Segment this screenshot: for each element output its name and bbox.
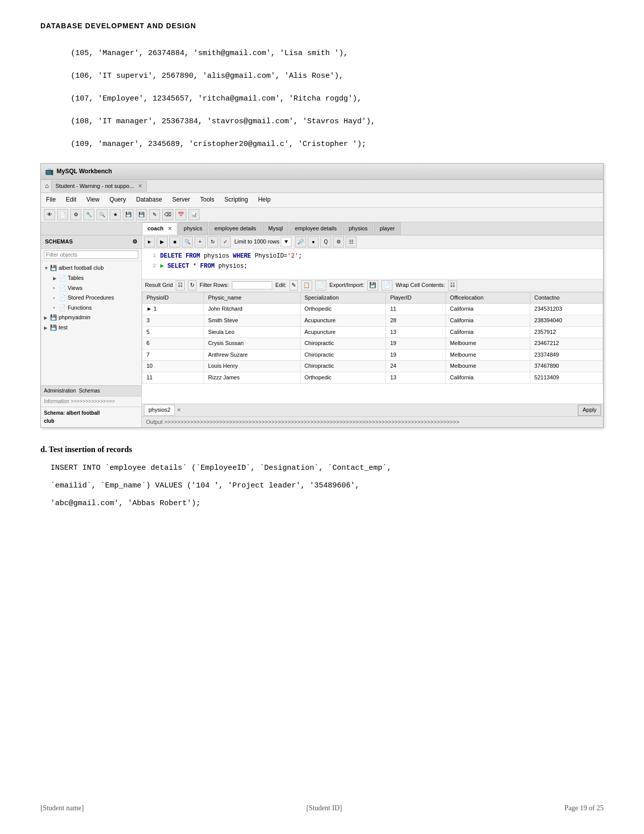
table-row[interactable]: 11Rizzz JamesOrthopedic13California52113… [142,372,603,383]
table-row[interactable]: 7Anthrew SuzareChiropractic19Melbourne23… [142,349,603,361]
table-row[interactable]: 5Sieula LeoAcupuncture13California235791… [142,326,603,338]
run-line-btn[interactable]: ▶ [157,236,168,248]
tab-close-icon[interactable]: ✕ [177,406,181,414]
tb-btn-2[interactable]: 📄 [57,209,68,220]
table-cell: 28 [386,315,445,326]
tb-btn-7[interactable]: 💾 [123,209,134,220]
col-specialization: Specialization [300,292,386,304]
toggle-icon-t: ▶ [53,275,59,282]
search-btn[interactable]: 🔎 [295,236,306,248]
edit-copy-btn[interactable]: 📋 [301,280,312,290]
import-btn[interactable]: 📄 [381,280,392,290]
table-row[interactable]: ► 1John RitchardOrthopedic11California23… [142,304,603,315]
administration-tab[interactable]: Administration [44,387,76,395]
tb-btn-8[interactable]: 💾 [136,209,147,220]
filter-area [41,249,141,262]
close-icon[interactable]: ✕ [138,183,142,189]
table-cell: 23374849 [530,349,603,361]
filter-rows-input[interactable] [232,281,272,289]
tab-coach[interactable]: coach ✕ [142,222,177,235]
snippet-btn[interactable]: ⚙ [333,236,344,248]
schema-current-name: club [44,417,138,425]
table-cell: Chiropractic [300,338,386,350]
menu-database[interactable]: Database [134,194,164,206]
run-btn[interactable]: ► [144,236,155,248]
menu-scripting[interactable]: Scripting [222,194,250,206]
tb-btn-4[interactable]: 🔧 [83,209,94,220]
tab-employee-details[interactable]: employee details [209,222,262,235]
table-cell: Louis Henry [204,361,301,372]
tree-item-tables[interactable]: ▶ 📄 Tables [43,273,139,283]
toggle-icon-sp: ▪ [53,295,59,302]
workbench-subtitle-bar: ⌂ Student - Warning - not suppo... ✕ [41,180,603,193]
auto-commit-btn[interactable]: ✓ [220,236,231,248]
grid-icon[interactable]: ☷ [176,280,185,290]
tree-item-views[interactable]: ▪ 📄 Views [43,283,139,293]
home-icon[interactable]: ⌂ [45,181,49,191]
sub-tab[interactable]: Student - Warning - not suppo... ✕ [51,181,147,192]
export-import-label: Export/Import: [329,281,364,290]
tree-item-functions[interactable]: ▪ 📄 Functions [43,303,139,313]
tb-btn-9[interactable]: ✎ [149,209,160,220]
table-cell: Crysis Sussan [204,338,301,350]
tree-item-test[interactable]: ▶ 💾 test [43,323,139,333]
menu-query[interactable]: Query [108,194,128,206]
schemas-icon[interactable]: ⚙ [132,237,137,247]
wrap-btn[interactable]: ☷ [448,280,457,290]
explain-btn[interactable]: 🔍 [182,236,193,248]
query-tabs-row: coach ✕ physics employee details Mysql e… [41,222,603,236]
tb-btn-10[interactable]: ⌫ [162,209,173,220]
new-tab-btn[interactable]: + [194,236,206,248]
menu-edit[interactable]: Edit [64,194,78,206]
apply-btn[interactable]: Apply [578,405,601,416]
menu-tools[interactable]: Tools [198,194,216,206]
tree-item-stored-procedures[interactable]: ▪ 📄 Stored Procedures [43,293,139,303]
tb-btn-11[interactable]: 📅 [175,209,186,220]
tab-employee-details-2[interactable]: employee details [289,222,342,235]
tree-item-phpmyadmin[interactable]: ▶ 💾 phpmyadmin [43,313,139,323]
tab-physics[interactable]: physics [178,222,208,235]
format-btn[interactable]: Q [320,236,331,248]
table-row[interactable]: 3Smith SteveAcupuncture28California23839… [142,315,603,326]
refresh-grid-btn[interactable]: ↻ [188,280,196,290]
table-cell: Smith Steve [204,315,301,326]
close-tab-coach[interactable]: ✕ [168,226,172,231]
tab-physios[interactable]: physios [343,222,373,235]
tb-btn-12[interactable]: 📊 [188,209,200,220]
table-row[interactable]: 10Louis HenryChiropractic24Melbourne3746… [142,361,603,372]
query-toolbar: ► ▶ ■ 🔍 + ↻ ✓ Limit to 1000 rows ▼ 🔎 ● Q… [142,235,603,249]
code-line-1: (105, 'Manager', 26374884, 'smith@gmail.… [71,46,604,60]
tb-btn-1[interactable]: 👁 [44,209,55,220]
menu-file[interactable]: File [44,194,58,206]
menu-help[interactable]: Help [256,194,273,206]
code-line-3: (107, 'Employee', 12345657, 'ritcha@gmai… [71,92,604,106]
stop-btn[interactable]: ■ [169,236,180,248]
schemas-tab[interactable]: Schemas [79,387,100,395]
layout-btn[interactable]: ☷ [345,236,357,248]
edit-pencil-btn[interactable]: ✎ [289,280,298,290]
table-row[interactable]: 6Crysis SussanChiropractic19Melbourne234… [142,338,603,350]
query-editor[interactable]: 1 DELETE FROM physios WHERE PhysioID='2'… [142,249,603,279]
filter-input[interactable] [44,251,138,259]
result-tab-physios2[interactable]: physios2 [144,405,175,416]
export-btn[interactable]: 💾 [367,280,378,290]
table-cell: 13 [386,326,445,338]
table-cell: 10 [142,361,204,372]
table-cell: Melbourne [445,338,530,350]
refresh-btn[interactable]: ↻ [207,236,218,248]
tb-btn-3[interactable]: ⚙ [70,209,81,220]
menu-view[interactable]: View [84,194,102,206]
tb-btn-6[interactable]: ★ [110,209,121,220]
bookmark-btn[interactable]: ● [308,236,319,248]
menu-server[interactable]: Server [170,194,192,206]
tree-item-albert[interactable]: ▼ 💾 albert football club [43,263,139,273]
tb-btn-5[interactable]: 🔍 [96,209,108,220]
tab-player[interactable]: player [374,222,401,235]
output-label: Output >>>>>>>>>>>>>>>>>>>>>>>>>>>>>>>>>… [146,419,460,425]
tab-mysql[interactable]: Mysql [263,222,288,235]
table-cell: 19 [386,338,445,350]
edit-paste-btn[interactable]: 📄 [315,280,326,290]
result-toolbar: Result Grid ☷ ↻ Filter Rows: Edit: ✎ 📋 📄… [142,279,603,292]
limit-dropdown[interactable]: ▼ [281,237,291,247]
schema-current: Schema: albert football club [41,407,141,427]
